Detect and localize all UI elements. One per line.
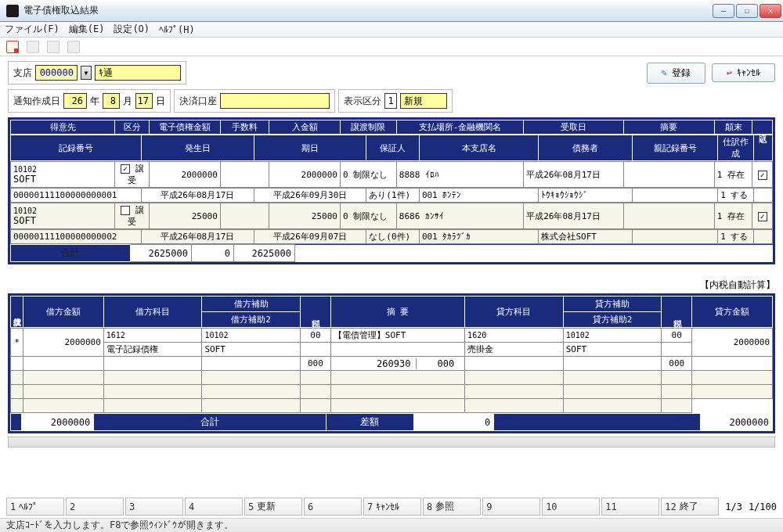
disp-kbn-code[interactable]: 1: [384, 93, 397, 109]
je-drsub2[interactable]: [202, 357, 301, 371]
toolbar-icon-3[interactable]: [47, 41, 60, 53]
je-empty-row[interactable]: [11, 371, 773, 385]
fkey-9[interactable]: 9: [482, 498, 540, 516]
fkey-3[interactable]: 3: [125, 498, 183, 516]
cell-recordno[interactable]: 00000111100000000001: [11, 189, 142, 203]
cell-guarantor[interactable]: なし(0件): [366, 230, 420, 244]
fkey-10[interactable]: 10: [542, 498, 600, 516]
cell-tenmatsu[interactable]: 1 存在: [714, 203, 752, 229]
je-dracct-code[interactable]: 1612: [103, 329, 202, 343]
je-taxcr2[interactable]: 000: [662, 357, 692, 371]
fkey-11[interactable]: 11: [601, 498, 659, 516]
grid-row[interactable]: 10102SOFT 譲受 25000 25000 0 制限なし 8686 ｶﾝｻ…: [11, 203, 773, 229]
cell-recvdate[interactable]: 平成26年08月17日: [524, 162, 624, 188]
grid-row[interactable]: 10102SOFT 譲受 2000000 2000000 0 制限なし 8888…: [11, 162, 773, 188]
year-input[interactable]: 26: [63, 93, 87, 109]
fkey-2[interactable]: 2: [66, 498, 124, 516]
menu-help[interactable]: ﾍﾙﾌﾟ(H): [159, 24, 195, 35]
cell-recvdate[interactable]: 平成26年08月17日: [524, 203, 624, 229]
menu-settings[interactable]: 設定(O): [114, 23, 150, 36]
cell-memo[interactable]: [623, 162, 714, 188]
close-button[interactable]: ✕: [760, 4, 781, 18]
cell-debtor[interactable]: 株式会社SOFT: [539, 230, 633, 244]
cell-journal[interactable]: 1 する: [718, 230, 754, 244]
settle-acct-input[interactable]: [220, 93, 330, 109]
cell-memo[interactable]: [623, 203, 714, 229]
cell-due[interactable]: 平成26年09月30日: [254, 189, 366, 203]
grid-row-sub[interactable]: 00000111100000000001 平成26年08月17日 平成26年09…: [11, 189, 773, 203]
cell-parent[interactable]: [633, 230, 718, 244]
cell-recordno[interactable]: 00000111100000000002: [11, 230, 142, 244]
cell-debtor[interactable]: ﾄｳｷｮｳｼｮｳｼﾞ: [539, 189, 633, 203]
toolbar-icon-2[interactable]: [27, 41, 39, 53]
cell-deposit[interactable]: 2000000: [269, 162, 340, 188]
cell-import-chk[interactable]: [752, 203, 773, 229]
menu-file[interactable]: ファイル(F): [5, 23, 60, 36]
cell-limit[interactable]: 0 制限なし: [340, 162, 396, 188]
toolbar-icon-4[interactable]: [67, 41, 80, 53]
maximize-button[interactable]: ☐: [736, 4, 758, 18]
branch-name-input[interactable]: ｷ通: [95, 65, 181, 81]
je-crsub-code[interactable]: 10102: [563, 329, 662, 343]
je-empty-row[interactable]: [11, 385, 773, 399]
cancel-button[interactable]: ↩ ｷｬﾝｾﾙ: [712, 63, 775, 82]
je-drsub-name[interactable]: SOFT: [202, 343, 301, 357]
je-row[interactable]: * 2000000 1612 10102 00 【電債管理】SOFT 1620 …: [11, 329, 773, 343]
cell-kbn[interactable]: 譲受: [115, 162, 150, 188]
cell-cust[interactable]: 10102SOFT: [11, 203, 115, 229]
je-memo2a[interactable]: 260930: [334, 358, 411, 369]
cell-deposit[interactable]: 25000: [269, 203, 340, 229]
fkey-12[interactable]: 12終了: [661, 498, 719, 516]
je-cramt[interactable]: 2000000: [692, 329, 773, 357]
cell-guarantor[interactable]: あり(1件): [366, 189, 420, 203]
fkey-7[interactable]: 7ｷｬﾝｾﾙ: [363, 498, 421, 516]
je-memo1[interactable]: 【電債管理】SOFT: [330, 329, 464, 343]
je-taxcr[interactable]: 00: [662, 329, 692, 343]
cell-due[interactable]: 平成26年09月07日: [254, 230, 366, 244]
je-row-sub2[interactable]: 000 260930 000 000: [11, 357, 773, 371]
je-memo2b[interactable]: 000: [416, 358, 454, 369]
cell-bank[interactable]: 8888 ｲﾛﾊ: [396, 162, 523, 188]
cell-import-chk[interactable]: [752, 162, 773, 188]
minimize-button[interactable]: —: [713, 4, 734, 18]
branch-code-input[interactable]: 000000: [35, 65, 78, 81]
toolbar-icon-1[interactable]: [6, 41, 19, 53]
je-cracct-code[interactable]: 1620: [465, 329, 564, 343]
branch-dropdown-icon[interactable]: ▼: [81, 66, 92, 80]
cell-kbn[interactable]: 譲受: [115, 203, 150, 229]
menu-edit[interactable]: 編集(E): [69, 23, 105, 36]
je-row-sub[interactable]: 電子記録債権 SOFT 売掛金 SOFT: [11, 343, 773, 357]
je-drsub-code[interactable]: 10102: [202, 329, 301, 343]
cell-journal[interactable]: 1 する: [718, 189, 754, 203]
cell-amount[interactable]: 2000000: [150, 162, 220, 188]
cell-branch[interactable]: 001 ﾎﾝﾃﾝ: [419, 189, 539, 203]
je-crsub2[interactable]: [563, 357, 662, 371]
disp-kbn-name[interactable]: 新規: [400, 93, 447, 109]
day-input[interactable]: 17: [135, 93, 153, 109]
je-cracct-name[interactable]: 売掛金: [465, 343, 564, 357]
cell-fee[interactable]: [220, 162, 269, 188]
cell-issue[interactable]: 平成26年08月17日: [141, 189, 254, 203]
kbn-checkbox[interactable]: [121, 164, 130, 174]
je-empty-row[interactable]: [11, 399, 773, 413]
je-taxdr2[interactable]: 000: [300, 357, 330, 371]
je-crsub-name[interactable]: SOFT: [563, 343, 662, 357]
fkey-4[interactable]: 4: [185, 498, 243, 516]
kbn-checkbox[interactable]: [121, 206, 130, 215]
fkey-1[interactable]: 1ﾍﾙﾌﾟ: [6, 498, 64, 516]
je-taxdr[interactable]: 00: [300, 329, 330, 343]
cell-issue[interactable]: 平成26年08月17日: [141, 230, 254, 244]
fkey-5[interactable]: 5更新: [244, 498, 302, 516]
fkey-8[interactable]: 8参照: [423, 498, 481, 516]
je-dracct-name[interactable]: 電子記録債権: [103, 343, 202, 357]
cell-amount[interactable]: 25000: [150, 203, 220, 229]
cell-bank[interactable]: 8686 ｶﾝｻｲ: [396, 203, 523, 229]
cell-branch[interactable]: 001 ﾀｶﾗﾂﾞｶ: [419, 230, 539, 244]
je-dramt[interactable]: 2000000: [23, 329, 103, 357]
cell-parent[interactable]: [633, 189, 718, 203]
cell-tenmatsu[interactable]: 1 存在: [714, 162, 752, 188]
cell-limit[interactable]: 0 制限なし: [340, 203, 396, 229]
fkey-6[interactable]: 6: [304, 498, 362, 516]
cell-fee[interactable]: [220, 203, 269, 229]
h-scrollbar[interactable]: [8, 437, 775, 448]
